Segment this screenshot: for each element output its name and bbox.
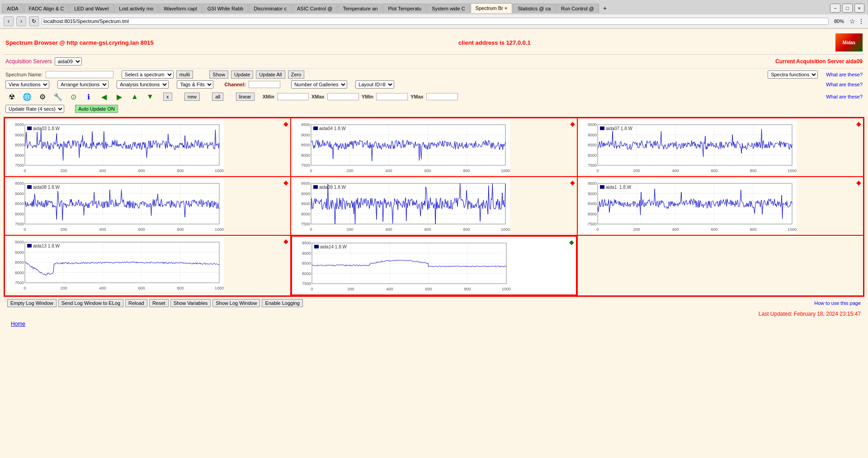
tab-fadc[interactable]: FADC Align & C — [24, 4, 69, 13]
tab-spectrum[interactable]: Spectrum Br × — [471, 3, 513, 13]
arrow-left-icon[interactable]: ◀ — [98, 90, 110, 103]
chart-cell-aida08[interactable]: ◆ — [5, 177, 291, 235]
what-are-2[interactable]: What are these? — [826, 82, 863, 87]
tab-asic[interactable]: ASIC Control @ — [292, 4, 337, 13]
home-link[interactable]: Home — [7, 319, 29, 329]
tab-plot[interactable]: Plot Temperatu — [383, 4, 426, 13]
chart-cell-aida04[interactable]: ◆ — [291, 118, 577, 177]
chart-cell-aida1x[interactable]: ◆ — [577, 177, 863, 235]
chart-cell-aida13[interactable]: ◆ — [5, 235, 291, 296]
diamond-aida14: ◆ — [569, 238, 574, 246]
show-button[interactable]: Show — [209, 70, 228, 79]
back-button[interactable]: ‹ — [4, 16, 14, 26]
chart-canvas-aida13 — [7, 238, 224, 292]
acquisition-server-select[interactable]: aida09 — [55, 57, 82, 65]
page-header: Spectrum Browser @ http carme-gsi.cryrin… — [4, 31, 864, 55]
enable-logging-button[interactable]: Enable Logging — [262, 299, 302, 307]
tab-temp[interactable]: Temperature an — [338, 4, 382, 13]
controls-row-1: Spectrum Name: 1.8.W Select a spectrum m… — [5, 70, 863, 79]
circle-icon[interactable]: ⊙ — [67, 90, 80, 103]
update-button[interactable]: Update — [231, 70, 253, 79]
tab-add-button[interactable]: + — [599, 3, 610, 14]
tags-fits-dropdown[interactable]: Tags & Fits — [177, 80, 213, 89]
minimize-button[interactable]: − — [830, 4, 840, 13]
view-functions-dropdown[interactable]: View functions — [5, 80, 49, 89]
chart-canvas-aida04 — [293, 120, 510, 174]
reload-button[interactable]: Reload — [125, 299, 147, 307]
tab-gsi[interactable]: GSI White Rabb — [203, 4, 248, 13]
bottom-buttons: Empty Log Window Send Log Window to ELog… — [7, 299, 303, 307]
url-bar[interactable] — [42, 18, 829, 25]
diamond-aida1x: ◆ — [856, 179, 861, 186]
update-all-button[interactable]: Update All — [256, 70, 285, 79]
tab-aida[interactable]: AIDA — [2, 4, 24, 13]
xmax-input[interactable]: 1019 — [327, 93, 359, 100]
how-to-link[interactable]: How to use this page — [814, 300, 861, 306]
send-log-button[interactable]: Send Log Window to ELog — [58, 299, 123, 307]
update-rate-dropdown[interactable]: Update Rate (4 secs) — [5, 105, 64, 113]
reload-nav-button[interactable]: ↻ — [29, 16, 39, 26]
ymax-input[interactable]: 9500 — [426, 93, 458, 100]
settings-icon[interactable]: ⚙ — [36, 90, 49, 103]
more-icon[interactable]: ⋮ — [858, 18, 864, 25]
what-are-1[interactable]: What are these? — [826, 72, 863, 77]
multi-button[interactable]: multi — [176, 70, 193, 79]
radiation-icon[interactable]: ☢ — [5, 90, 18, 103]
all-button[interactable]: all — [212, 93, 223, 101]
ymax-label: YMax — [410, 94, 424, 99]
xmax-label: XMax — [311, 94, 325, 99]
chart-cell-aida09[interactable]: ◆ — [291, 177, 577, 235]
analysis-functions-dropdown[interactable]: Analysis functions — [117, 80, 169, 89]
linear-button[interactable]: linear — [236, 93, 255, 101]
maximize-button[interactable]: □ — [842, 4, 853, 13]
controls-area: Spectrum Name: 1.8.W Select a spectrum m… — [4, 69, 864, 117]
spectra-functions-dropdown[interactable]: Spectra functions — [768, 70, 818, 79]
globe-icon[interactable]: 🌐 — [21, 90, 33, 103]
tab-disc[interactable]: Discriminator c — [249, 4, 292, 13]
controls-row-3: ☢ 🌐 ⚙ 🔧 ⊙ ℹ ◀ ▶ ▲ ▼ x new all linear XMi… — [5, 90, 863, 103]
new-button[interactable]: new — [184, 93, 200, 101]
tab-lost[interactable]: Lost activity mo — [114, 4, 158, 13]
tab-system[interactable]: System wide C — [427, 4, 470, 13]
chart-cell-aida14[interactable]: ◆ — [291, 235, 577, 296]
arrange-functions-dropdown[interactable]: Arrange functions — [57, 80, 108, 89]
channel-input[interactable] — [249, 81, 280, 88]
empty-log-button[interactable]: Empty Log Window — [7, 299, 57, 307]
number-of-galleries-dropdown[interactable]: Number of Galleries — [291, 80, 347, 89]
spectrum-name-input[interactable]: 1.8.W — [46, 71, 113, 78]
current-server-label: Current Acquisition Server aida09 — [775, 58, 863, 65]
tool-icon[interactable]: 🔧 — [52, 90, 64, 103]
show-variables-button[interactable]: Show Variables — [170, 299, 211, 307]
diamond-aida07: ◆ — [856, 120, 861, 127]
chart-canvas-aida07 — [580, 120, 797, 174]
arrow-up-icon[interactable]: ▲ — [128, 90, 141, 103]
tab-led[interactable]: LED and Wavel — [69, 4, 113, 13]
forward-button[interactable]: › — [16, 16, 26, 26]
ymin-input[interactable]: 7500 — [376, 93, 408, 100]
channel-label: Channel: — [225, 82, 246, 87]
arrow-down-icon[interactable]: ▼ — [144, 90, 156, 103]
tab-stats[interactable]: Statistics @ ca — [513, 4, 556, 13]
close-button[interactable]: × — [854, 4, 864, 13]
layout-id-dropdown[interactable]: Layout ID=8 — [355, 80, 394, 89]
tab-run[interactable]: Run Control @ — [556, 4, 599, 13]
info-icon[interactable]: ℹ — [82, 90, 95, 103]
page-content: Spectrum Browser @ http carme-gsi.cryrin… — [0, 29, 868, 331]
bookmark-icon[interactable]: ☆ — [849, 18, 855, 25]
zoom-display: 80% — [831, 18, 847, 25]
what-are-3[interactable]: What are these? — [826, 94, 863, 99]
select-spectrum-dropdown[interactable]: Select a spectrum — [122, 70, 174, 79]
reset-button[interactable]: Reset — [149, 299, 169, 307]
x-button[interactable]: x — [163, 93, 172, 101]
chart-canvas-aida03 — [7, 120, 224, 174]
xmin-input[interactable]: 0 — [277, 93, 309, 100]
tab-waveform[interactable]: Waveform capt — [159, 4, 202, 13]
browser-chrome: AIDA FADC Align & C LED and Wavel Lost a… — [0, 0, 868, 29]
diamond-aida04: ◆ — [570, 120, 575, 127]
show-log-button[interactable]: Show Log Window — [212, 299, 260, 307]
auto-update-button[interactable]: Auto Update ON — [75, 105, 118, 113]
arrow-right-icon[interactable]: ▶ — [113, 90, 126, 103]
chart-cell-aida07[interactable]: ◆ — [577, 118, 863, 177]
chart-cell-aida03[interactable]: ◆ — [5, 118, 291, 177]
zero-button[interactable]: Zero — [288, 70, 305, 79]
